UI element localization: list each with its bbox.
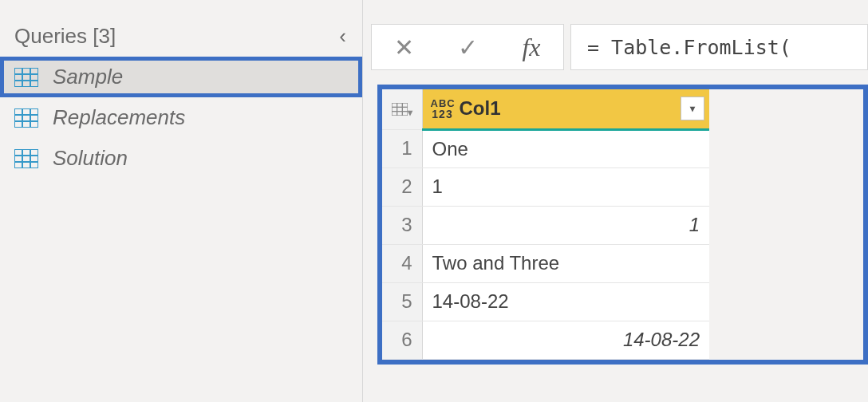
grid-corner[interactable]: ▾ bbox=[382, 89, 422, 129]
query-item-label: Sample bbox=[53, 65, 123, 89]
query-item-label: Replacements bbox=[53, 105, 185, 130]
table-icon bbox=[392, 103, 408, 116]
cell[interactable]: Two and Three bbox=[422, 244, 709, 282]
table-icon bbox=[14, 108, 38, 128]
column-name: Col1 bbox=[455, 97, 681, 120]
table-icon bbox=[14, 149, 38, 168]
cell[interactable]: 14-08-22 bbox=[422, 321, 709, 359]
formula-bar: ✕ ✓ fx = Table.FromList( bbox=[371, 24, 868, 70]
table-row[interactable]: 1One bbox=[382, 129, 709, 168]
row-number: 3 bbox=[382, 206, 422, 244]
datatype-line2: 123 bbox=[431, 108, 455, 120]
svg-rect-15 bbox=[392, 103, 408, 116]
row-number: 4 bbox=[382, 244, 422, 282]
table-row[interactable]: 21 bbox=[382, 168, 709, 206]
x-icon: ✕ bbox=[394, 34, 414, 61]
queries-header: Queries [3] ‹ bbox=[0, 24, 362, 57]
datatype-any-icon[interactable]: ABC 123 bbox=[423, 98, 455, 120]
formula-input[interactable]: = Table.FromList( bbox=[570, 24, 868, 70]
cell[interactable]: 14-08-22 bbox=[422, 282, 709, 321]
datatype-line1: ABC bbox=[431, 98, 455, 108]
svg-rect-5 bbox=[14, 108, 38, 128]
table-row[interactable]: 514-08-22 bbox=[382, 282, 709, 321]
table-row[interactable]: 31 bbox=[382, 206, 709, 244]
collapse-pane-icon[interactable]: ‹ bbox=[339, 24, 346, 49]
chevron-down-icon: ▾ bbox=[408, 107, 412, 118]
queries-pane: Queries [3] ‹ Sample Replacements Soluti… bbox=[0, 0, 363, 402]
query-item-replacements[interactable]: Replacements bbox=[0, 97, 362, 138]
cell[interactable]: 1 bbox=[422, 206, 709, 244]
queries-list: Sample Replacements Solution bbox=[0, 57, 362, 179]
table-row[interactable]: 614-08-22 bbox=[382, 321, 709, 359]
cell[interactable]: 1 bbox=[422, 168, 709, 206]
column-filter-button[interactable]: ▾ bbox=[681, 97, 704, 120]
svg-rect-0 bbox=[14, 68, 38, 87]
queries-title: Queries [3] bbox=[14, 24, 116, 49]
check-icon: ✓ bbox=[458, 34, 478, 61]
confirm-button[interactable]: ✓ bbox=[436, 25, 499, 69]
chevron-down-icon: ▾ bbox=[690, 103, 695, 114]
data-grid: ▾ ABC 123 Col1 ▾ 1One 21 bbox=[382, 89, 709, 360]
row-number: 2 bbox=[382, 168, 422, 206]
cell[interactable]: One bbox=[422, 129, 709, 168]
editor-area: ✕ ✓ fx = Table.FromList( ▾ ABC 123 bbox=[363, 0, 868, 402]
table-row[interactable]: 4Two and Three bbox=[382, 244, 709, 282]
svg-rect-10 bbox=[14, 149, 38, 168]
column-header-col1[interactable]: ABC 123 Col1 ▾ bbox=[422, 89, 709, 129]
fx-icon: fx bbox=[522, 33, 540, 62]
data-grid-wrap: ▾ ABC 123 Col1 ▾ 1One 21 bbox=[377, 85, 868, 365]
formula-buttons: ✕ ✓ fx bbox=[371, 24, 564, 70]
row-number: 6 bbox=[382, 321, 422, 359]
row-number: 5 bbox=[382, 282, 422, 321]
formula-text: = Table.FromList( bbox=[587, 36, 791, 59]
row-number: 1 bbox=[382, 129, 422, 168]
table-icon bbox=[14, 68, 38, 87]
query-item-sample[interactable]: Sample bbox=[0, 57, 362, 97]
cancel-button[interactable]: ✕ bbox=[372, 25, 436, 69]
fx-button[interactable]: fx bbox=[499, 25, 563, 69]
query-item-label: Solution bbox=[53, 146, 128, 171]
query-item-solution[interactable]: Solution bbox=[0, 138, 362, 179]
